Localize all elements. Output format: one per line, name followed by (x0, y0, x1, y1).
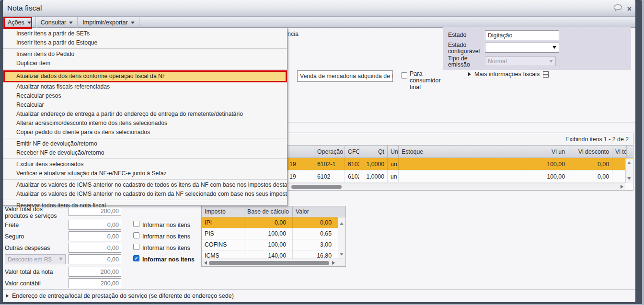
seguro-label: Seguro (5, 233, 66, 240)
outras-despesas-field[interactable]: 0,00 (69, 243, 121, 253)
seguro-informar-checkbox[interactable] (133, 232, 139, 238)
outras-informar-checkbox[interactable] (133, 244, 139, 250)
column-header[interactable]: Vl un (525, 146, 568, 158)
tax-table-vertical-scrollbar[interactable] (338, 217, 345, 259)
expander-arrow-icon (468, 72, 471, 76)
scroll-up-icon[interactable] (340, 222, 344, 225)
menu-item[interactable]: Atualizar endereço de entrega a partir d… (3, 110, 287, 119)
frete-field[interactable]: 0,00 (69, 220, 121, 230)
table-cell: un (388, 158, 399, 170)
scrollbar-thumb[interactable] (291, 185, 342, 189)
scroll-up-icon[interactable] (627, 161, 631, 164)
table-row[interactable]: PIS100,000,65 (202, 228, 345, 239)
table-row[interactable]: COFINS100,003,00 (202, 239, 345, 250)
menu-item[interactable]: Atualizar os valores de ICMS anterior no… (3, 181, 287, 190)
menu-button-imprimir-exportar[interactable]: Imprimir/exportar (78, 17, 139, 28)
valor-contabil-value: 200,00 (101, 280, 119, 287)
window-client-area: Nota fiscal × Ações Consultar (3, 0, 635, 302)
endereco-entrega-expander[interactable]: Endereço de entrega/local de prestação d… (6, 293, 234, 299)
estado-field[interactable]: Digitação (485, 30, 559, 40)
para-consumidor-final-label: Para consumidor final (410, 70, 448, 90)
items-count-status: Exibindo itens 1 - 2 de 2 (565, 136, 629, 143)
chat-bubble-icon[interactable] (613, 4, 623, 13)
table-row[interactable]: IPI0,000,00 (202, 217, 345, 228)
estado-label: Estado (448, 32, 483, 38)
menu-separator (3, 138, 287, 138)
table-row[interactable]: 196102-161021,0000un100,000,00 (287, 158, 633, 170)
footer-divider (3, 289, 635, 290)
valor-total-nota-label: Valor total da nota (5, 269, 66, 275)
table-cell: 100,00 (244, 228, 293, 239)
menu-button-consultar[interactable]: Consultar (36, 17, 78, 28)
menu-item[interactable]: Atualizar notas fiscais referenciadas (3, 82, 287, 91)
menu-item[interactable]: Excluir itens selecionados (3, 160, 287, 169)
table-cell: COFINS (202, 239, 244, 250)
items-table: Exibindo itens 1 - 2 de 2 Operação fisca… (286, 133, 633, 191)
column-header[interactable] (287, 146, 314, 158)
menu-item[interactable]: Recalcular pesos (3, 91, 287, 101)
partial-referencia-label: ncia (288, 31, 299, 37)
column-header[interactable]: Unid (388, 146, 399, 158)
desconto-informar-checkbox[interactable]: ✓ (133, 255, 139, 261)
para-consumidor-final-checkbox[interactable] (401, 72, 407, 79)
menu-item[interactable]: Emitir NF de devolução/retorno (3, 139, 287, 148)
chevron-down-icon (69, 22, 73, 24)
valor-total-nota-field[interactable]: 200,00 (69, 267, 121, 277)
column-header[interactable]: Vl desconto (568, 146, 612, 158)
seguro-value: 0,00 (107, 233, 119, 240)
column-header[interactable]: Valor (293, 206, 338, 217)
menu-item[interactable]: Reservar todos itens da nota fiscal (3, 201, 287, 210)
title-bar: Nota fiscal × (3, 0, 635, 17)
menu-item[interactable]: Recalcular (3, 101, 287, 110)
acoes-dropdown-menu: Inserir itens a partir de SETsInserir it… (3, 28, 288, 206)
chevron-down-icon (27, 22, 31, 24)
table-cell: un (388, 170, 399, 182)
table-cell: 6102 (345, 170, 359, 182)
menu-item[interactable]: Verificar e atualizar situação da NF-e/N… (3, 169, 287, 178)
scroll-down-icon[interactable] (340, 253, 344, 256)
menu-item[interactable]: Inserir itens a partir de SETs (3, 29, 287, 38)
expander-arrow-icon (6, 294, 9, 298)
menu-button-acoes[interactable]: Ações (3, 17, 36, 28)
estado-configuravel-label: Estado configurável (448, 42, 483, 55)
menu-item[interactable]: Receber NF de devolução/retorno (3, 148, 287, 158)
menu-item[interactable]: Duplicar item (3, 59, 287, 68)
column-header[interactable]: Operação fiscal (314, 146, 345, 158)
column-header[interactable]: CFOP (345, 146, 359, 158)
menu-item-highlighted[interactable]: Atualizar dados dos itens conforme opera… (3, 70, 287, 82)
table-cell: 1,0000 (359, 170, 388, 182)
table-cell: 0,00 (568, 158, 612, 170)
table-cell: 6102 (314, 170, 345, 182)
mais-informacoes-fiscais-expander[interactable]: Mais informações fiscais (468, 71, 549, 78)
items-table-horizontal-scrollbar[interactable] (287, 183, 625, 190)
desconto-field[interactable]: 0,00 (69, 254, 121, 264)
scroll-down-icon[interactable] (627, 177, 631, 180)
menu-separator (3, 200, 287, 200)
scrollbar-thumb[interactable] (209, 261, 329, 265)
menu-item[interactable]: Inserir itens a partir do Estoque (3, 38, 287, 47)
close-icon[interactable]: × (627, 5, 632, 13)
scroll-left-icon[interactable] (204, 261, 207, 265)
estado-configuravel-select[interactable] (485, 43, 559, 53)
tax-table-horizontal-scrollbar[interactable] (202, 259, 345, 266)
table-cell: 100,00 (525, 170, 568, 182)
items-table-vertical-scrollbar[interactable] (625, 158, 633, 183)
table-cell: 0,00 (244, 217, 293, 228)
menu-item[interactable]: Copiar pedido do cliente para os itens s… (3, 128, 287, 137)
menu-item[interactable]: Inserir itens do Pedido (3, 50, 287, 59)
column-header[interactable]: Estoque (399, 146, 525, 158)
table-cell: 100,00 (244, 239, 293, 250)
document-icon (543, 71, 549, 78)
scroll-right-icon[interactable] (332, 261, 335, 265)
tipo-emissao-select: Normal (485, 56, 556, 66)
scroll-right-icon[interactable] (621, 185, 623, 189)
menu-item[interactable]: Atualizar os valores de ICMS anterior no… (3, 190, 287, 199)
column-header[interactable]: Vl to (612, 146, 627, 158)
table-row[interactable]: 19610261021,0000un100,000,00 (287, 170, 633, 183)
frete-informar-checkbox[interactable] (133, 221, 139, 227)
seguro-field[interactable]: 0,00 (69, 231, 121, 241)
column-header[interactable]: Qt (359, 146, 388, 158)
valor-contabil-field[interactable]: 200,00 (69, 278, 121, 288)
operacao-fiscal-field[interactable]: Venda de mercadoria adquirida de t (297, 70, 393, 82)
menu-item[interactable]: Alterar acréscimo/desconto interno dos i… (3, 119, 287, 128)
